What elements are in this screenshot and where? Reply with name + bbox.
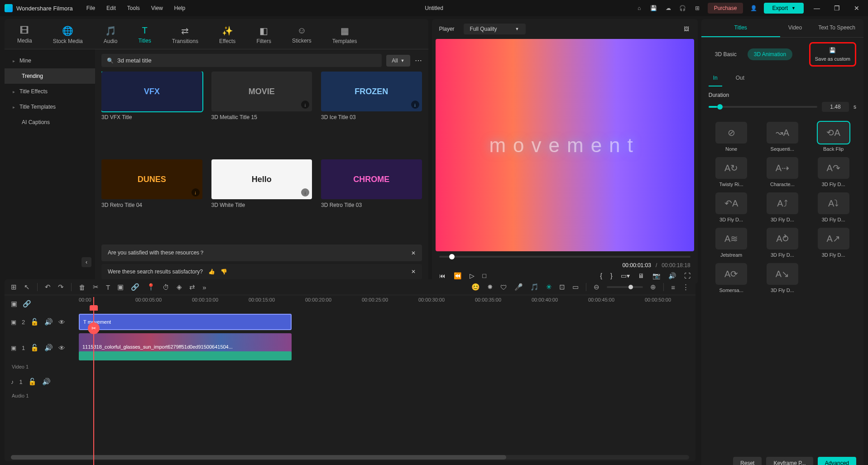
progress-bar[interactable] <box>439 256 691 258</box>
menu-edit[interactable]: Edit <box>106 5 116 11</box>
clip-options[interactable]: ▭▾ <box>621 272 630 279</box>
reset-button[interactable]: Reset <box>733 457 762 465</box>
device-icon[interactable]: ⌂ <box>635 4 643 12</box>
export-button[interactable]: Export▼ <box>764 3 804 14</box>
download-icon[interactable]: ↓ <box>301 188 309 197</box>
stop-button[interactable]: □ <box>483 272 486 279</box>
thumbs-up-icon[interactable]: 👍 <box>208 268 215 275</box>
tool-group[interactable]: ⊡ <box>559 283 565 291</box>
title-thumb[interactable]: VFX3D VFX Title <box>101 72 202 153</box>
sidebar-item-ai-captions[interactable]: AI Captions <box>5 115 95 130</box>
io-tab-in[interactable]: In <box>709 71 722 86</box>
apps-icon[interactable]: ⊞ <box>693 4 701 12</box>
tool-color[interactable]: ✸ <box>487 283 493 291</box>
menu-view[interactable]: View <box>151 5 163 11</box>
view-opts[interactable]: ⋮ <box>682 283 689 291</box>
tool-tab-audio[interactable]: 🎵Audio <box>100 23 121 49</box>
tool-auto[interactable]: ✳ <box>546 283 552 291</box>
animation-item[interactable]: A⇢Characte... <box>759 157 805 187</box>
animation-item[interactable]: ⊘None <box>709 122 754 152</box>
tool-tab-stock-media[interactable]: 🌐Stock Media <box>49 23 86 49</box>
maximize-button[interactable]: ❐ <box>830 1 844 15</box>
menu-file[interactable]: File <box>86 5 95 11</box>
step-back-button[interactable]: ⏪ <box>454 272 461 279</box>
tool-tab-transitions[interactable]: ⇄Transitions <box>168 23 202 49</box>
track-mute[interactable]: 🔊 <box>42 378 51 386</box>
account-icon[interactable]: 👤 <box>749 4 758 12</box>
close-icon[interactable]: ✕ <box>411 268 416 275</box>
tool-text[interactable]: T <box>106 283 110 291</box>
tool-diamond[interactable]: ◈ <box>177 283 182 291</box>
track-mute[interactable]: 🔊 <box>44 344 53 352</box>
animation-item[interactable]: A↗3D Fly D... <box>810 228 856 258</box>
sidebar-item-trending[interactable]: Trending <box>5 68 95 84</box>
tool-crop[interactable]: ▣ <box>117 283 124 291</box>
menu-tools[interactable]: Tools <box>127 5 140 11</box>
search-input[interactable] <box>117 57 376 64</box>
zoom-out[interactable]: ⊖ <box>594 283 599 291</box>
tool-tab-stickers[interactable]: ☺Stickers <box>288 23 315 49</box>
search-box[interactable]: 🔍 <box>101 54 382 67</box>
tool-ai[interactable]: 😊 <box>471 283 480 291</box>
tool-undo[interactable]: ↶ <box>45 283 51 291</box>
close-icon[interactable]: ✕ <box>411 250 416 256</box>
menu-help[interactable]: Help <box>174 5 186 11</box>
tool-tab-media[interactable]: 🎞Media <box>14 23 36 49</box>
tab-video[interactable]: Video <box>780 19 810 37</box>
mark-out-button[interactable]: } <box>610 272 613 279</box>
tool-tab-effects[interactable]: ✨Effects <box>216 23 239 49</box>
cloud-icon[interactable]: ☁ <box>664 4 672 12</box>
save-as-custom-button[interactable]: 💾 Save as custom <box>809 42 856 67</box>
close-button[interactable]: ✕ <box>850 1 863 15</box>
track-link[interactable]: 🔗 <box>23 300 31 308</box>
title-thumb[interactable]: MOVIE↓3D Metallic Title 15 <box>211 72 312 153</box>
camera-button[interactable]: 📷 <box>652 272 660 279</box>
minimize-button[interactable]: — <box>810 1 824 15</box>
play-button[interactable]: ▷ <box>470 272 475 279</box>
volume-button[interactable]: 🔊 <box>668 272 676 279</box>
animation-item[interactable]: ⟲ABack Flip <box>810 122 856 152</box>
title-thumb[interactable]: FROZEN↓3D Ice Title 03 <box>321 72 422 153</box>
preview-viewport[interactable]: movement <box>436 39 694 251</box>
animation-item[interactable]: A⥁3D Fly D... <box>759 228 805 258</box>
prev-frame-button[interactable]: ⏮ <box>439 272 446 279</box>
tool-delete[interactable]: 🗑 <box>79 283 86 291</box>
track-lock[interactable]: 🔓 <box>30 344 39 352</box>
tool-music[interactable]: 🎵 <box>530 283 539 291</box>
download-icon[interactable]: ↓ <box>192 188 200 197</box>
pill-3d-animation[interactable]: 3D Animation <box>748 48 792 60</box>
duration-slider[interactable] <box>709 106 817 108</box>
zoom-slider[interactable] <box>607 286 643 288</box>
tool-more[interactable]: » <box>202 283 206 291</box>
tab-tts[interactable]: Text To Speech <box>810 19 863 37</box>
view-list[interactable]: ≡ <box>671 283 675 291</box>
animation-item[interactable]: ↶A3D Fly D... <box>709 192 754 222</box>
tool-split[interactable]: ✂ <box>93 283 99 291</box>
animation-item[interactable]: A⤴3D Fly D... <box>759 192 805 222</box>
purchase-button[interactable]: Purchase <box>708 3 743 14</box>
tool-tab-templates[interactable]: ▦Templates <box>329 23 361 49</box>
duration-value[interactable]: 1.48 <box>822 102 849 112</box>
thumbs-down-icon[interactable]: 👎 <box>221 268 227 275</box>
playhead[interactable]: ✂ <box>93 297 94 465</box>
tool-adjust[interactable]: ▭ <box>572 283 579 291</box>
track-lock[interactable]: 🔓 <box>30 318 39 326</box>
pill-3d-basic[interactable]: 3D Basic <box>709 48 743 60</box>
tool-speed[interactable]: ⏱ <box>163 283 169 291</box>
snapshot-icon[interactable]: 🖼 <box>682 25 691 33</box>
keyframe-button[interactable]: Keyframe P... <box>766 457 813 465</box>
animation-item[interactable]: A≋Jetstream <box>709 228 754 258</box>
timeline-scrollbar[interactable] <box>11 455 689 460</box>
track-magnet[interactable]: ▣ <box>11 300 17 308</box>
animation-item[interactable]: A↷3D Fly D... <box>810 157 856 187</box>
quality-select[interactable]: Full Quality▼ <box>464 24 526 34</box>
tool-redo[interactable]: ↷ <box>58 283 64 291</box>
sidebar-item-title-effects[interactable]: ▸Title Effects <box>5 84 95 99</box>
tool-grid[interactable]: ⊞ <box>11 283 17 291</box>
tool-sync[interactable]: ⇄ <box>189 283 195 291</box>
title-thumb[interactable]: Hello↓3D White Title <box>211 159 312 241</box>
support-icon[interactable]: 🎧 <box>679 4 687 12</box>
animation-item[interactable]: A⤵3D Fly D... <box>810 192 856 222</box>
timeline-ruler[interactable]: ✂ 00:0000:00:05:0000:00:10:0000:00:15:00… <box>79 297 689 311</box>
title-thumb[interactable]: DUNES↓3D Retro Title 04 <box>101 159 202 241</box>
